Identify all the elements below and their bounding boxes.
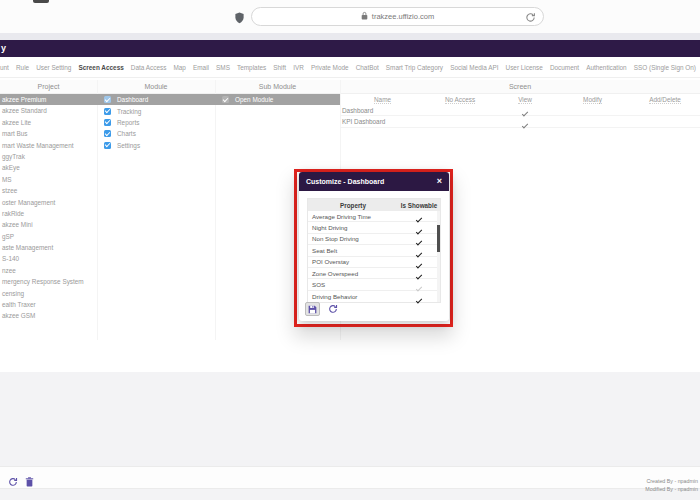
module-checkbox[interactable]: [104, 130, 111, 137]
property-name: Average Driving Time: [308, 213, 398, 220]
project-item[interactable]: akzee Standard: [0, 105, 97, 116]
tab-shift[interactable]: Shift: [273, 64, 286, 71]
project-header: Project: [0, 80, 97, 94]
tab-templates[interactable]: Templates: [237, 64, 266, 71]
property-table-body: Average Driving TimeNight DrivingNon Sto…: [308, 211, 440, 302]
project-item[interactable]: S-140: [0, 253, 97, 264]
modal-title: Customize - Dashboard: [306, 178, 384, 185]
project-list: akzee Premiumakzee Standardakzee Litemar…: [0, 94, 97, 322]
tab-screen-access[interactable]: Screen Access: [79, 64, 124, 71]
property-table: Property Is Showable Average Driving Tim…: [307, 198, 441, 303]
property-name: Zone Overspeed: [308, 270, 398, 277]
module-item[interactable]: Dashboard: [97, 94, 215, 105]
tab-document[interactable]: Document: [550, 64, 579, 71]
module-item[interactable]: Tracking: [97, 105, 215, 116]
property-name: Night Driving: [308, 224, 398, 231]
section-headers: Project Module Sub Module Screen: [0, 80, 700, 94]
module-header: Module: [97, 80, 215, 94]
module-checkbox[interactable]: [104, 108, 111, 115]
module-checkbox[interactable]: [104, 96, 111, 103]
shield-icon[interactable]: [234, 10, 245, 28]
module-item[interactable]: Settings: [97, 140, 215, 151]
modal-scrollbar[interactable]: [437, 211, 441, 302]
tab-authentication[interactable]: Authentication: [586, 64, 627, 71]
delete-button[interactable]: [25, 473, 34, 491]
sub-module-item-label: Open Module: [235, 96, 273, 103]
property-column-header: Property: [308, 202, 398, 209]
property-name: POI Overstay: [308, 258, 398, 265]
module-item[interactable]: Charts: [97, 128, 215, 139]
project-item[interactable]: ggyTrak: [0, 151, 97, 162]
screen-permissions-table: NameNo AccessViewModifyAdd/Delete Dashbo…: [340, 94, 700, 128]
check-icon: [522, 122, 528, 128]
project-item[interactable]: akzee GSM: [0, 310, 97, 321]
tab-private-mode[interactable]: Private Mode: [311, 64, 349, 71]
module-checkbox[interactable]: [104, 142, 111, 149]
created-by-text: Created By - npadmin: [645, 477, 698, 485]
project-item[interactable]: oster Management: [0, 197, 97, 208]
project-item[interactable]: stzee: [0, 185, 97, 196]
chrome-divider: [0, 33, 700, 40]
module-checkbox[interactable]: [104, 119, 111, 126]
screen-col-modify[interactable]: Modify: [555, 96, 630, 103]
tab-user-license[interactable]: User License: [506, 64, 543, 71]
tab-email[interactable]: Email: [193, 64, 209, 71]
screen-col-name[interactable]: Name: [340, 96, 425, 103]
tab-map[interactable]: Map: [173, 64, 185, 71]
tab-ivr[interactable]: IVR: [293, 64, 304, 71]
project-item[interactable]: MS: [0, 174, 97, 185]
project-item[interactable]: ealth Traxer: [0, 299, 97, 310]
page-footer: [0, 466, 700, 489]
project-item[interactable]: akzee Mini: [0, 219, 97, 230]
screen-row-name: KPI Dashboard: [340, 118, 425, 125]
permission-cell-view[interactable]: [495, 113, 555, 131]
reload-icon[interactable]: [525, 12, 536, 25]
modified-by-text: Modified By - npadmin: [645, 485, 698, 493]
tab-smart-trip-category[interactable]: Smart Trip Category: [386, 64, 443, 71]
property-name: Seat Belt: [308, 247, 398, 254]
floppy-icon: [308, 305, 317, 314]
customize-dashboard-modal: Customize - Dashboard × Property Is Show…: [299, 172, 449, 321]
project-item[interactable]: gSP: [0, 231, 97, 242]
sub-module-list: Open Module: [215, 94, 340, 105]
audit-info: Created By - npadmin Modified By - npadm…: [645, 477, 698, 493]
app-navbar: y: [0, 40, 700, 57]
project-item[interactable]: mart Bus: [0, 128, 97, 139]
project-item[interactable]: aste Management: [0, 242, 97, 253]
save-button[interactable]: [305, 302, 320, 316]
navbar-brand-fragment: y: [1, 43, 6, 53]
tab-sms[interactable]: SMS: [216, 64, 230, 71]
project-item[interactable]: mart Waste Management: [0, 140, 97, 151]
sub-module-item[interactable]: Open Module: [215, 94, 340, 105]
module-item[interactable]: Reports: [97, 117, 215, 128]
address-bar[interactable]: trakzee.uffizio.com: [251, 7, 544, 26]
browser-window: trakzee.uffizio.com y untRuleUser Settin…: [0, 0, 700, 500]
property-name: SOS: [308, 281, 398, 288]
tab-chatbot[interactable]: ChatBot: [356, 64, 379, 71]
screen-row: KPI Dashboard: [340, 116, 700, 127]
module-list: DashboardTrackingReportsChartsSettings: [97, 94, 215, 151]
modal-header: Customize - Dashboard ×: [299, 172, 449, 191]
project-item[interactable]: akzee Lite: [0, 117, 97, 128]
url-text: trakzee.uffizio.com: [372, 12, 434, 21]
screen-col-no-access[interactable]: No Access: [425, 96, 495, 103]
refresh-button[interactable]: [8, 473, 18, 491]
browser-tab-remnant: [33, 0, 49, 3]
project-item[interactable]: nzee: [0, 265, 97, 276]
tab-user-setting[interactable]: User Setting: [36, 64, 71, 71]
screen-col-add-delete[interactable]: Add/Delete: [630, 96, 700, 103]
scrollbar-thumb[interactable]: [437, 225, 441, 252]
close-icon[interactable]: ×: [437, 177, 442, 186]
project-item[interactable]: akEye: [0, 162, 97, 173]
tab-social-media-api[interactable]: Social Media API: [450, 64, 498, 71]
project-item[interactable]: censing: [0, 288, 97, 299]
project-item[interactable]: rakRide: [0, 208, 97, 219]
tab-unt[interactable]: unt: [0, 64, 9, 71]
tab-data-access[interactable]: Data Access: [131, 64, 167, 71]
tab-sso-single-sign-on[interactable]: SSO (Single Sign On): [634, 64, 696, 71]
project-item[interactable]: mergency Response System: [0, 276, 97, 287]
sub-module-checkbox[interactable]: [222, 96, 229, 103]
project-item[interactable]: akzee Premium: [0, 94, 97, 105]
reset-icon[interactable]: [328, 300, 338, 318]
tab-rule[interactable]: Rule: [16, 64, 29, 71]
